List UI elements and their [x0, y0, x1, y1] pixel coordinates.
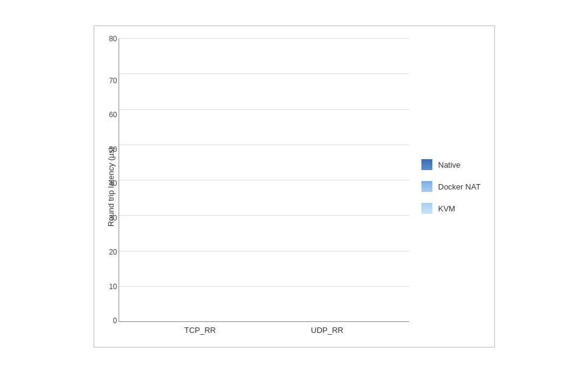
x-label-udp: UDP_RR [288, 326, 366, 335]
legend-label-native: Native [438, 160, 461, 169]
legend-color-native [421, 159, 432, 170]
x-labels: TCP_RR UDP_RR [119, 326, 409, 335]
legend: Native Docker NAT KVM [409, 38, 488, 335]
legend-color-docker [421, 181, 432, 192]
legend-item-docker: Docker NAT [421, 181, 482, 192]
plot-area: 80 70 60 50 40 30 20 10 0 [119, 38, 409, 322]
legend-label-docker: Docker NAT [438, 182, 481, 191]
legend-color-kvm [421, 203, 432, 214]
chart-container: Round trip latency (µs) 80 [94, 26, 495, 347]
legend-label-kvm: KVM [438, 204, 455, 213]
chart-area: Round trip latency (µs) 80 [100, 38, 409, 335]
chart-inner: 80 70 60 50 40 30 20 10 0 [119, 38, 409, 335]
bars-row [119, 38, 409, 321]
legend-item-native: Native [421, 159, 482, 170]
y-axis-label: Round trip latency (µs) [100, 38, 119, 335]
x-label-tcp: TCP_RR [161, 326, 239, 335]
legend-item-kvm: KVM [421, 203, 482, 214]
